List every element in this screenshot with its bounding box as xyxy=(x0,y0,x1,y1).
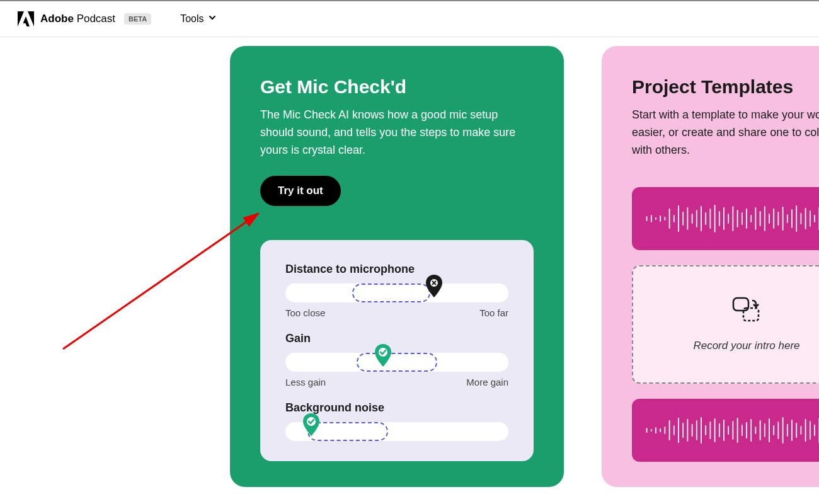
header: Adobe Podcast BETA Tools xyxy=(0,1,819,37)
gain-label: Gain xyxy=(285,332,508,345)
noise-label: Background noise xyxy=(285,401,508,415)
content-area: Get Mic Check'd The Mic Check AI knows h… xyxy=(0,37,819,487)
waveform-track[interactable] xyxy=(632,187,819,250)
noise-slider-track[interactable] xyxy=(285,422,508,441)
templates-card: Project Templates Start with a template … xyxy=(602,46,819,487)
record-placeholder[interactable]: Record your intro here xyxy=(632,265,819,384)
marker-fail-icon xyxy=(426,275,442,297)
distance-range-labels: Too close Too far xyxy=(285,307,508,318)
mic-check-card: Get Mic Check'd The Mic Check AI knows h… xyxy=(230,46,564,487)
distance-label: Distance to microphone xyxy=(285,263,508,276)
templates-description: Start with a template to make your workf… xyxy=(632,106,819,159)
mic-check-description: The Mic Check AI knows how a good mic se… xyxy=(260,106,534,159)
svg-line-0 xyxy=(63,214,258,349)
waveform-track[interactable] xyxy=(632,399,819,462)
distance-target-zone xyxy=(352,284,430,302)
beta-badge: BETA xyxy=(124,13,151,25)
noise-slider-group: Background noise xyxy=(285,401,508,441)
gain-right-label: More gain xyxy=(466,377,508,387)
templates-area: Record your intro here xyxy=(632,187,819,462)
templates-title: Project Templates xyxy=(632,76,819,98)
distance-left-label: Too close xyxy=(285,307,325,318)
gain-left-label: Less gain xyxy=(285,377,326,387)
brand-name: Adobe Podcast xyxy=(40,13,115,25)
record-loop-icon xyxy=(731,297,762,326)
gain-range-labels: Less gain More gain xyxy=(285,377,508,387)
waveform-icon xyxy=(644,415,819,446)
try-it-out-button[interactable]: Try it out xyxy=(260,176,341,206)
record-placeholder-text: Record your intro here xyxy=(693,340,799,352)
noise-target-zone xyxy=(307,422,387,441)
marker-pass-icon xyxy=(303,413,319,436)
distance-slider-group: Distance to microphone Too close Too far xyxy=(285,263,508,318)
adobe-logo-icon xyxy=(18,11,34,26)
mic-check-panel: Distance to microphone Too close Too far… xyxy=(260,240,534,461)
mic-check-title: Get Mic Check'd xyxy=(260,76,534,98)
tools-label: Tools xyxy=(180,13,203,25)
marker-pass-icon xyxy=(375,344,391,367)
tools-menu[interactable]: Tools xyxy=(180,13,216,25)
gain-target-zone xyxy=(357,353,437,372)
chevron-down-icon xyxy=(208,13,217,25)
gain-slider-track[interactable] xyxy=(285,353,508,372)
distance-slider-track[interactable] xyxy=(285,284,508,302)
logo-group[interactable]: Adobe Podcast BETA xyxy=(18,11,151,26)
waveform-icon xyxy=(644,203,819,234)
gain-slider-group: Gain Less gain More gain xyxy=(285,332,508,387)
distance-right-label: Too far xyxy=(479,307,508,318)
